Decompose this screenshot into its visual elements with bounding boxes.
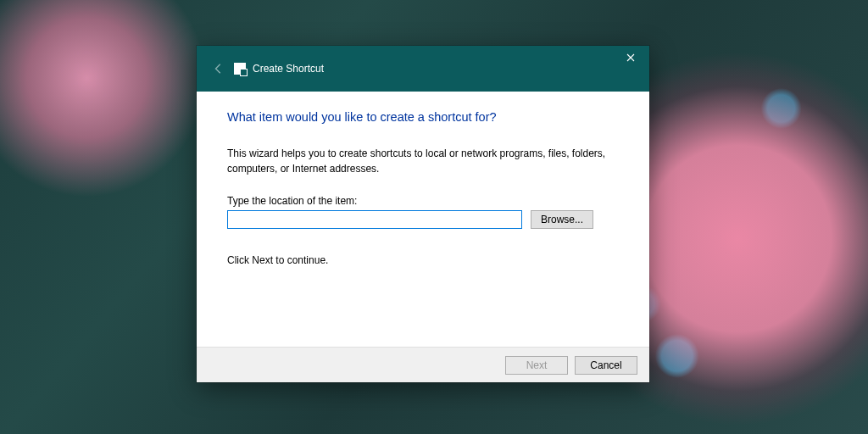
- page-description: This wizard helps you to create shortcut…: [227, 146, 609, 176]
- dialog-content: What item would you like to create a sho…: [197, 92, 649, 347]
- dialog-footer: Next Cancel: [197, 347, 649, 382]
- desktop-background: Create Shortcut What item would you like…: [0, 0, 868, 434]
- location-input[interactable]: [227, 210, 522, 229]
- titlebar-title: Create Shortcut: [253, 63, 324, 75]
- close-icon: [626, 53, 635, 62]
- continue-hint: Click Next to continue.: [227, 254, 619, 266]
- location-row: Browse...: [227, 210, 619, 229]
- browse-button[interactable]: Browse...: [531, 210, 593, 229]
- shortcut-icon: [234, 63, 246, 75]
- back-arrow-icon: [213, 63, 225, 75]
- location-label: Type the location of the item:: [227, 195, 619, 207]
- page-heading: What item would you like to create a sho…: [227, 110, 619, 124]
- close-button[interactable]: [611, 46, 649, 70]
- create-shortcut-dialog: Create Shortcut What item would you like…: [197, 46, 649, 382]
- titlebar: Create Shortcut: [197, 46, 649, 92]
- cancel-button[interactable]: Cancel: [575, 356, 637, 375]
- next-button[interactable]: Next: [505, 356, 568, 375]
- back-button[interactable]: [209, 58, 229, 79]
